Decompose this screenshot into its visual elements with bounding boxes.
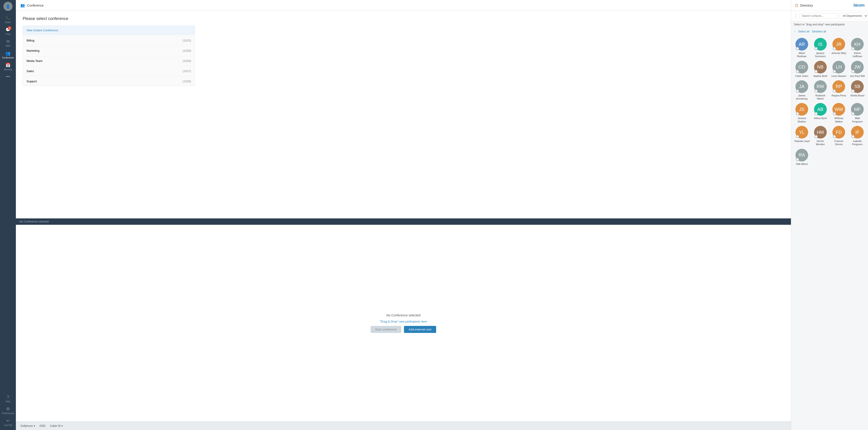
add-external-button[interactable]: Add external user bbox=[404, 326, 436, 333]
logout-icon: ↩ bbox=[6, 418, 10, 423]
caller-id-selector[interactable]: Caller ID ▾ bbox=[50, 424, 63, 428]
deselect-all-button[interactable]: Deselect all bbox=[812, 30, 826, 33]
contact-card-hector-mendez[interactable]: HM Hector Mendez bbox=[812, 126, 828, 146]
contact-select-radio[interactable] bbox=[796, 158, 799, 161]
contact-card-yolanda-lloyd[interactable]: YL Yolanda Lloyd bbox=[794, 126, 810, 146]
contact-name: Clark Owen bbox=[795, 74, 808, 78]
contact-select-radio[interactable] bbox=[814, 70, 818, 73]
contact-select-radio[interactable] bbox=[796, 70, 799, 73]
contact-card-ignacio-summers[interactable]: IS Ignacio Summers bbox=[812, 38, 828, 58]
dir-more-button[interactable]: ⋮ bbox=[794, 13, 798, 19]
conf-item-marketing[interactable]: Marketing (1028) bbox=[23, 46, 195, 55]
contact-card-leon-hansen[interactable]: LH Leon Hansen bbox=[831, 61, 847, 78]
contact-card-frances-dennis[interactable]: FD Frances Dennis bbox=[831, 126, 847, 146]
content-main: Please select conference New Instant Con… bbox=[16, 11, 791, 430]
help-icon: ? bbox=[7, 395, 9, 400]
sidebar-label-meeting: Meeting bbox=[4, 68, 12, 71]
sms-icon: ✉ bbox=[6, 39, 10, 44]
search-input[interactable] bbox=[800, 13, 838, 19]
conf-item-sales[interactable]: Sales (1027) bbox=[23, 66, 195, 76]
contact-card-roderick-welch[interactable]: RW Roderick Welch bbox=[812, 80, 828, 100]
directory-header: 📋 Directory bicom bbox=[791, 0, 868, 11]
contact-card-james-armstrong[interactable]: JA James Armstrong bbox=[794, 80, 810, 100]
select-all-button[interactable]: Select all bbox=[798, 30, 809, 33]
start-conference-button[interactable]: Start conference bbox=[371, 326, 401, 333]
status-bar: No Conference selected bbox=[16, 218, 791, 225]
contact-card-johnnie-riley[interactable]: JR Johnnie Riley bbox=[831, 38, 847, 58]
conf-item-media-team[interactable]: Media Team (1029) bbox=[23, 56, 195, 65]
softphone-chevron-icon: ▾ bbox=[34, 424, 35, 428]
contact-name: Whitney Walton bbox=[831, 117, 847, 123]
contact-name: Jon-Paul Witt bbox=[850, 74, 865, 78]
contact-select-radio[interactable] bbox=[814, 135, 818, 138]
sidebar-item-sms[interactable]: ✉ SMS bbox=[0, 37, 16, 49]
contact-name: Sheila Bryan bbox=[850, 94, 864, 97]
select-hint-bar: Select or "drag and drop" new participan… bbox=[791, 21, 868, 28]
sidebar-item-more[interactable]: ••• bbox=[0, 72, 16, 81]
contact-select-radio[interactable] bbox=[814, 89, 818, 93]
contact-name: Jessica Shelton bbox=[794, 117, 810, 123]
contact-select-radio[interactable] bbox=[796, 135, 799, 138]
contact-avatar-wrap: IF bbox=[851, 126, 864, 139]
contact-card-isabelle-ferguson[interactable]: IF Isabelle Ferguson bbox=[849, 126, 865, 146]
conf-name-marketing: Marketing bbox=[27, 49, 39, 52]
contact-select-radio[interactable] bbox=[796, 47, 799, 50]
contact-name: Arthur Byrd bbox=[814, 117, 827, 120]
conf-item-new-instant[interactable]: New Instant Conference bbox=[23, 26, 195, 35]
contact-card-albert-redman[interactable]: AR Albert Redman bbox=[794, 38, 810, 58]
contact-card-rafi-alford[interactable]: RA Rafi Alford bbox=[794, 149, 810, 165]
contact-select-radio[interactable] bbox=[851, 70, 855, 73]
contact-card-jessica-shelton[interactable]: JS Jessica Shelton bbox=[794, 103, 810, 123]
contact-avatar-wrap: JW bbox=[851, 61, 864, 73]
conf-name-support: Support bbox=[27, 80, 37, 83]
sidebar-item-logout[interactable]: ↩ Log Out bbox=[0, 417, 16, 428]
conf-number-billing: (1025) bbox=[183, 39, 191, 42]
more-icon: ••• bbox=[6, 74, 10, 79]
contact-card-clark-owen[interactable]: CO Clark Owen bbox=[794, 61, 810, 78]
conf-number-support: (1026) bbox=[183, 80, 191, 83]
sidebar-label-chat: Chat bbox=[5, 33, 10, 35]
sidebar-item-conference[interactable]: 👥 Conference bbox=[0, 49, 16, 61]
conf-item-billing[interactable]: Billing (1025) bbox=[23, 36, 195, 45]
dnd-label: DND bbox=[40, 424, 45, 428]
contact-card-kelvin-hoffman[interactable]: KH Kelvin Hoffman bbox=[849, 38, 865, 58]
contact-avatar-wrap: JS bbox=[796, 103, 808, 116]
sidebar-item-dialer[interactable]: 📞 Dialer bbox=[0, 13, 16, 25]
page-heading: Please select conference bbox=[23, 16, 784, 21]
caller-id-chevron-icon: ▾ bbox=[61, 424, 63, 428]
sidebar-label-conference: Conference bbox=[2, 57, 14, 59]
conf-number-sales: (1027) bbox=[183, 69, 191, 73]
softphone-selector[interactable]: Softphone ▾ bbox=[21, 424, 35, 428]
contact-name: Hector Mendez bbox=[812, 140, 828, 146]
sidebar-label-help: Help bbox=[6, 400, 10, 403]
contact-card-sheila-bryan[interactable]: SB Sheila Bryan bbox=[849, 80, 865, 100]
sidebar-item-preferences[interactable]: ⚙ Preferences bbox=[0, 405, 16, 417]
meeting-icon: 📅 bbox=[5, 63, 10, 68]
conf-item-support[interactable]: Support (1026) bbox=[23, 76, 195, 86]
contact-avatar-wrap: MF bbox=[851, 103, 864, 116]
contact-card-matt-ferguson[interactable]: MF Matt Ferguson bbox=[849, 103, 865, 123]
dnd-toggle[interactable]: DND bbox=[40, 424, 45, 428]
contact-card-arthur-byrd[interactable]: AB Arthur Byrd bbox=[812, 103, 828, 123]
contact-select-radio[interactable] bbox=[814, 47, 818, 50]
topbar-title: Conference bbox=[27, 4, 43, 7]
contact-card-nadine-brett[interactable]: NB Nadine Brett bbox=[812, 61, 828, 78]
sidebar-item-help[interactable]: ? Help bbox=[0, 393, 16, 405]
conf-name-media-team: Media Team bbox=[27, 59, 42, 63]
drag-drop-hint: "Drag & Drop" new participants here bbox=[380, 320, 427, 323]
department-select[interactable]: All Departments bbox=[840, 13, 868, 19]
contact-avatar-wrap: SB bbox=[851, 80, 864, 93]
contact-select-radio[interactable] bbox=[851, 89, 855, 93]
contact-card-jon-paul-witt[interactable]: JW Jon-Paul Witt bbox=[849, 61, 865, 78]
contact-card-regina-perry[interactable]: RP Regina Perry bbox=[831, 80, 847, 100]
bicom-logo: bicom bbox=[854, 3, 864, 8]
contact-select-radio[interactable] bbox=[833, 70, 836, 73]
directory-title: Directory bbox=[800, 4, 852, 7]
sidebar-item-chat[interactable]: 💬 6 Chat bbox=[0, 25, 16, 37]
contact-name: Roderick Welch bbox=[812, 94, 828, 100]
contact-card-whitney-walton[interactable]: WW Whitney Walton bbox=[831, 103, 847, 123]
sidebar-item-meeting[interactable]: 📅 Meeting bbox=[0, 61, 16, 72]
avatar: 👤 bbox=[3, 2, 12, 11]
contact-select-radio[interactable] bbox=[796, 89, 799, 93]
conf-name-new-instant: New Instant Conference bbox=[27, 29, 58, 32]
